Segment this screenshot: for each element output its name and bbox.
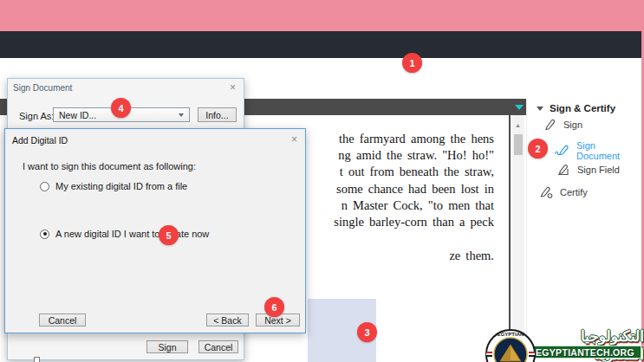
badge-top-text: EGYPTIAN xyxy=(498,332,524,337)
sign-as-label: Sign As: xyxy=(19,111,54,121)
document-line: the farmyard among the hens xyxy=(339,132,494,146)
info-button[interactable]: Info... xyxy=(198,107,237,122)
cancel-button[interactable]: Cancel xyxy=(39,314,86,326)
document-scrollbar[interactable]: ▲ xyxy=(512,115,524,362)
document-line: ze them. xyxy=(449,249,494,263)
collapse-caret-icon xyxy=(537,107,543,111)
sign-document-icon xyxy=(554,144,570,158)
panel-header[interactable]: Sign & Certify xyxy=(537,103,615,113)
sidebar-item-sign-field[interactable]: Sign Field xyxy=(556,163,620,177)
radio-existing-id[interactable]: My existing digital ID from a file xyxy=(40,181,187,191)
sidebar-item-label: Sign Document xyxy=(576,140,641,161)
sign-certify-panel: Sign & Certify Sign Sign Document Sign F… xyxy=(526,99,641,362)
step-badge-3: 3 xyxy=(357,322,377,342)
page-edge-line xyxy=(509,115,511,362)
step-badge-4: 4 xyxy=(111,98,131,118)
watermark-badge-icon: EGYPTIAN TECH xyxy=(485,328,537,362)
certify-icon xyxy=(539,185,554,199)
add-digital-id-dialog: Add Digital ID × I want to sign this doc… xyxy=(4,128,306,333)
document-line: single barley-corn than a peck xyxy=(334,215,494,229)
radio-label: A new digital ID I want to create now xyxy=(55,229,209,239)
step-badge-1: 1 xyxy=(402,53,422,73)
step-badge-6: 6 xyxy=(264,297,284,317)
dialog-title: Sign Document xyxy=(13,83,72,93)
document-line: t out from beneath the straw, xyxy=(340,165,494,179)
sidebar-item-certify[interactable]: Certify xyxy=(539,185,588,199)
back-button[interactable]: < Back xyxy=(206,314,249,326)
panel-header-label: Sign & Certify xyxy=(550,103,615,113)
radio-label: My existing digital ID from a file xyxy=(55,181,187,191)
sidebar-item-sign[interactable]: Sign xyxy=(543,118,582,132)
scrollbar-up-icon[interactable]: ▲ xyxy=(515,122,521,128)
lock-checkbox[interactable] xyxy=(34,357,40,362)
scrollbar-thumb[interactable] xyxy=(514,134,523,155)
screenshot-stage: P ApowerPDF File Edit View Compress Shar… xyxy=(0,0,644,362)
dialog-title: Add Digital ID xyxy=(12,135,68,145)
sign-pen-icon xyxy=(543,118,557,132)
close-icon[interactable]: × xyxy=(230,83,236,92)
titlebar: P ApowerPDF File Edit View Compress Shar… xyxy=(0,31,641,58)
sign-button[interactable]: Sign xyxy=(146,340,188,353)
radio-checked-icon xyxy=(40,229,49,239)
document-line: n Master Cock, "to men that xyxy=(342,198,494,213)
radio-new-id[interactable]: A new digital ID I want to create now xyxy=(40,229,209,239)
document-line: some chance had been lost in xyxy=(336,182,494,197)
sidebar-item-sign-document[interactable]: Sign Document xyxy=(554,140,641,161)
strip-dropdown-icon[interactable] xyxy=(515,105,524,110)
sign-field-icon xyxy=(556,163,571,177)
document-line: ng amid the straw. "Ho! ho!" xyxy=(338,148,494,163)
dialog-prompt: I want to sign this document as followin… xyxy=(23,161,196,171)
sidebar-item-label: Certify xyxy=(560,187,588,197)
step-badge-5: 5 xyxy=(159,225,179,245)
watermark-site-text: EGYPTIANTECH.ORG xyxy=(529,346,641,359)
sidebar-item-label: Sign xyxy=(563,120,582,130)
cancel-button[interactable]: Cancel xyxy=(198,340,238,353)
close-icon[interactable]: × xyxy=(291,135,297,144)
chevron-down-icon xyxy=(179,113,184,117)
radio-icon xyxy=(40,182,49,191)
sidebar-item-label: Sign Field xyxy=(577,165,620,175)
step-badge-2: 2 xyxy=(528,139,548,158)
